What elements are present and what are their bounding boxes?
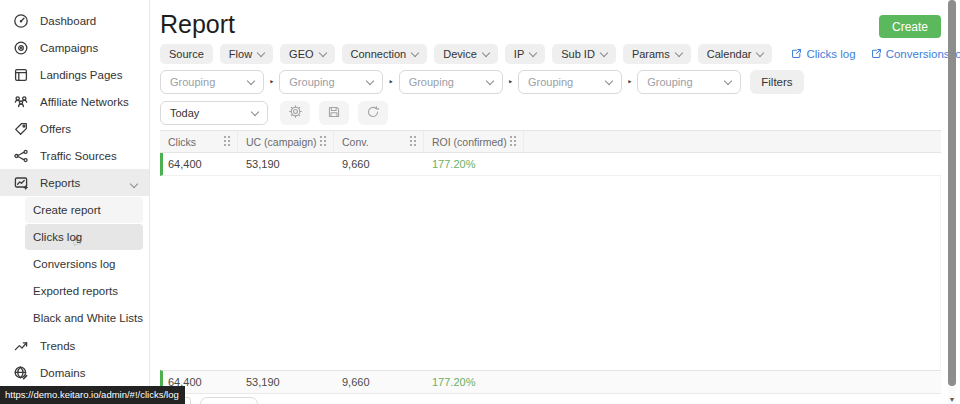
filters-button[interactable]: Filters [750,70,803,94]
filter-chip-ip[interactable]: IP [505,44,545,64]
create-button[interactable]: Create [879,15,941,38]
chip-label: Sub ID [561,48,595,60]
column-header-roi-confirmed[interactable]: ROI (confirmed) [424,131,524,152]
scrollbar-down-arrow[interactable]: ▼ [948,396,956,403]
sidebar-item-reports[interactable]: Reports [0,169,149,196]
sidebar-subitem-label: Black and White Lists [33,312,143,324]
grouping-separator: ‣ [508,77,513,87]
sidebar-item-label: Traffic Sources [40,150,117,162]
conversions-log-link[interactable]: Conversions log [871,48,960,61]
campaigns-icon [12,39,29,56]
save-report-button[interactable] [319,101,349,125]
page-size-select[interactable] [200,397,258,404]
select-value: Today [170,107,199,119]
grouping-separator: ‣ [269,77,274,87]
sidebar-subitem-clicks-log[interactable]: Clicks log [25,224,143,250]
select-placeholder: Grouping [647,76,692,88]
table-header: Clicks UC (campaign) Conv. ROI (confirme… [160,130,941,153]
trends-icon [12,337,29,354]
sidebar-subitem-conversions-log[interactable]: Conversions log [25,251,143,277]
chevron-down-icon [482,48,490,56]
summary-uc-campaign: 53,190 [241,376,337,388]
landings-pages-icon [12,66,29,83]
sidebar-item-offers[interactable]: Offers [0,115,149,142]
refresh-button[interactable] [358,101,388,125]
refresh-icon [366,105,380,122]
clicks-log-link[interactable]: Clicks log [791,48,855,61]
sidebar-subitem-exported-reports[interactable]: Exported reports [25,278,143,304]
sidebar-item-dashboard[interactable]: Dashboard [0,7,149,34]
external-link-icon [871,48,882,61]
sidebar-item-label: Reports [40,177,80,189]
filter-chip-source[interactable]: Source [160,44,213,64]
domains-icon [12,364,29,381]
drag-handle-icon[interactable] [320,136,326,147]
main-content: Report Create Source Flow GEO Connection… [150,0,960,404]
table-summary-row: 64,400 53,190 9,660 177.20% [160,370,941,394]
vertical-scrollbar[interactable]: ▼ [948,0,956,404]
save-icon [327,105,341,122]
grouping-select-1[interactable]: Grouping [160,70,264,94]
sidebar-subitem-create-report[interactable]: Create report [25,197,143,223]
column-header-uc-campaign[interactable]: UC (campaign) [238,131,334,152]
grouping-select-5[interactable]: Grouping [637,70,741,94]
chip-label: Connection [351,48,407,60]
grouping-separator: ‣ [388,77,393,87]
grouping-separator: ‣ [627,77,632,87]
table-row[interactable]: 64,400 53,190 9,660 177.20% [160,153,941,176]
filter-chip-params[interactable]: Params [623,44,691,64]
sidebar-subitem-label: Create report [33,204,101,216]
sidebar-subitem-label: Exported reports [33,285,118,297]
drag-handle-icon[interactable] [224,136,230,147]
sidebar-item-affiliate-networks[interactable]: Affiliate Networks [0,88,149,115]
grouping-select-3[interactable]: Grouping [399,70,503,94]
grouping-select-4[interactable]: Grouping [518,70,622,94]
filter-chip-calendar[interactable]: Calendar [698,44,773,64]
column-header-clicks[interactable]: Clicks [160,131,238,152]
cell-conv: 9,660 [337,158,427,170]
chip-label: Source [169,48,204,60]
chevron-down-icon [411,48,419,56]
drag-handle-icon[interactable] [410,136,416,147]
chevron-down-icon [251,107,259,115]
sidebar-item-landings-pages[interactable]: Landings Pages [0,61,149,88]
external-link-icon [791,48,802,61]
sidebar-item-traffic-sources[interactable]: Traffic Sources [0,142,149,169]
grouping-select-2[interactable]: Grouping [279,70,383,94]
chip-label: IP [514,48,524,60]
chip-label: Flow [229,48,252,60]
date-range-select[interactable]: Today [160,101,268,125]
column-label: UC (campaign) [246,136,317,148]
settings-button[interactable] [280,101,310,125]
gear-icon [288,104,303,122]
sidebar-subitem-black-white-lists[interactable]: Black and White Lists [25,305,143,331]
sidebar-item-domains[interactable]: Domains [0,359,149,386]
chevron-down-icon [756,48,764,56]
sidebar-item-trends[interactable]: Trends [0,332,149,359]
column-header-conv[interactable]: Conv. [334,131,424,152]
filter-chip-geo[interactable]: GEO [280,44,334,64]
drag-handle-icon[interactable] [510,136,516,147]
sidebar-item-campaigns[interactable]: Campaigns [0,34,149,61]
select-placeholder: Grouping [528,76,573,88]
summary-roi: 177.20% [427,376,527,388]
browser-status-url: https://demo.keitaro.io/admin/#!/clicks/… [0,386,185,404]
filter-chip-device[interactable]: Device [434,44,498,64]
select-placeholder: Grouping [289,76,334,88]
filter-chips-row: Source Flow GEO Connection Device IP Sub… [160,44,960,64]
sidebar-item-label: Landings Pages [40,69,122,81]
controls-row: Today [160,101,388,125]
filter-chip-connection[interactable]: Connection [342,44,428,64]
sidebar-item-label: Affiliate Networks [40,96,129,108]
dashboard-icon [12,12,29,29]
chevron-down-icon [605,76,613,84]
report-table: Clicks UC (campaign) Conv. ROI (confirme… [160,130,941,404]
chevron-down-icon [247,76,255,84]
filter-chip-flow[interactable]: Flow [220,44,273,64]
link-label: Clicks log [806,48,855,60]
select-placeholder: Grouping [409,76,454,88]
chevron-down-icon [675,48,683,56]
scrollbar-thumb[interactable] [948,0,956,386]
filter-chip-sub-id[interactable]: Sub ID [552,44,616,64]
cell-clicks: 64,400 [163,158,241,170]
